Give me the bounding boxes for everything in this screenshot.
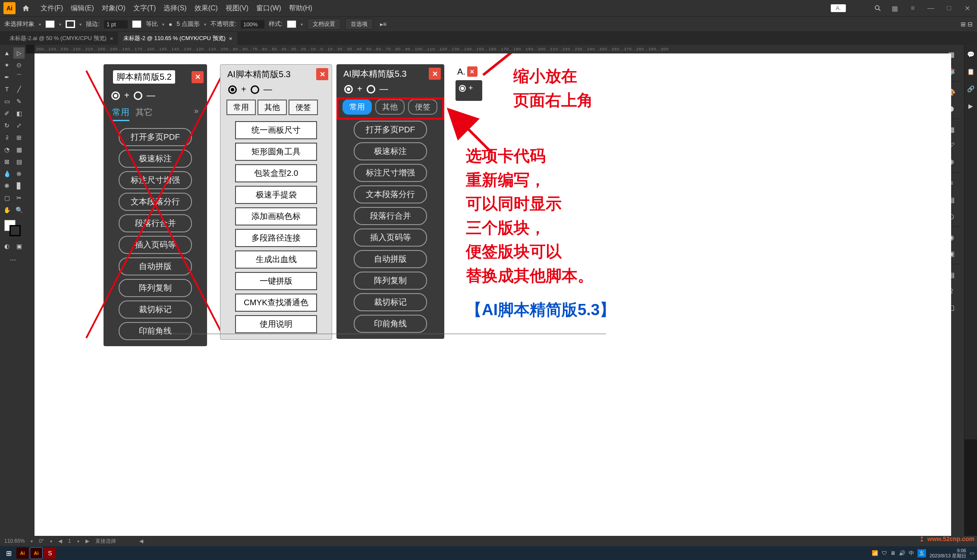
line-tool[interactable]: ╱ [13,84,25,95]
tray-icon[interactable]: 五 [917,549,926,557]
dropdown-icon[interactable]: ▾ [39,22,41,27]
close-icon[interactable]: ✕ [429,68,441,80]
artboard-tool[interactable]: ▢ [1,192,13,203]
artboard-number[interactable]: 1 [68,538,71,544]
close-button[interactable]: ✕ [961,2,974,15]
tab-common[interactable]: 常用 [226,100,256,115]
menu-help[interactable]: 帮助(H) [289,4,312,13]
script-button[interactable]: 矩形圆角工具 [235,143,317,161]
tray-ime-icon[interactable]: 中 [909,550,914,557]
tray-icon[interactable]: 📶 [872,550,878,556]
script-button[interactable]: 添加画稿色标 [235,207,317,225]
pen-tool[interactable]: ✒ [1,72,13,83]
close-icon[interactable]: ✕ [467,66,478,77]
draw-mode[interactable]: ◐ [1,241,13,252]
tab-common[interactable]: 常用 [112,106,129,121]
tab-notes[interactable]: 便签 [289,100,318,115]
type-tool[interactable]: T [1,84,13,95]
shaper-tool[interactable]: ✐ [1,108,13,119]
radio-on-icon[interactable] [459,85,466,92]
magic-wand-tool[interactable]: ✦ [1,59,13,71]
script-button[interactable]: 打开多页PDF [119,128,192,146]
taskbar-ai-icon[interactable]: Ai [16,547,28,559]
opacity-input[interactable] [241,20,264,28]
script-button[interactable]: CMYK查找潘通色 [235,294,317,312]
uniform-label[interactable]: 等比 [146,20,158,28]
tray-icon[interactable]: 🛡 [882,550,887,556]
graph-tool[interactable]: ▊ [13,180,25,191]
tab-doc1[interactable]: 未标题-2.ai @ 50 % (CMYK/CPU 预览)× [4,32,118,45]
shape-builder[interactable]: ◔ [1,144,13,155]
script-button[interactable]: 多段路径连接 [235,229,317,247]
script-button[interactable]: 标注尺寸增强 [119,171,192,189]
menu-object[interactable]: 对象(O) [102,4,126,13]
zoom-tool[interactable]: 🔍 [13,204,25,216]
rotate-tool[interactable]: ↻ [1,120,13,131]
direct-selection-tool[interactable]: ▷ [13,47,25,59]
doc-settings-button[interactable]: 文档设置 [307,19,341,30]
taskbar-app-icon[interactable]: S [44,547,56,559]
script-button[interactable]: 印前角线 [354,315,427,333]
rotation-value[interactable]: 0° [39,538,44,544]
script-button[interactable]: 极速标注 [119,150,192,168]
close-icon[interactable]: ✕ [192,71,204,83]
links-icon[interactable]: 🔗 [964,82,977,96]
radio-off-icon[interactable] [251,85,259,94]
curvature-tool[interactable]: ⌒ [13,72,25,83]
radio-on-icon[interactable] [344,85,353,94]
home-icon[interactable] [20,2,32,14]
screen-mode[interactable]: ▣ [13,241,25,252]
script-button[interactable]: 包装盒型2.0 [235,164,317,182]
dropdown-icon[interactable]: ▾ [79,22,82,27]
menu-edit[interactable]: 编辑(E) [71,4,94,13]
scale-tool[interactable]: ⤢ [13,120,25,131]
script-button[interactable]: 段落行合并 [354,207,427,225]
workspace-icon[interactable]: ≡ [906,2,919,15]
tray-icon[interactable]: 🔊 [899,550,905,556]
radio-off-icon[interactable] [367,85,375,94]
style-swatch[interactable] [287,20,296,28]
edit-toolbar[interactable]: ⋯ [7,254,19,266]
script-button[interactable]: 裁切标记 [119,300,192,319]
menu-type[interactable]: 文字(T) [133,4,156,13]
free-transform[interactable]: ⊞ [13,132,25,143]
script-button[interactable]: 文本段落分行 [119,193,192,211]
menu-effect[interactable]: 效果(C) [195,4,218,13]
script-button[interactable]: 自动拼版 [119,257,192,275]
script-button[interactable]: 使用说明 [235,315,317,333]
script-button[interactable]: 插入页码等 [354,228,427,247]
arrange-icon[interactable]: ▦ [888,2,901,15]
dropdown-icon[interactable]: ▾ [162,22,164,27]
rect-tool[interactable]: ▭ [1,96,13,107]
maximize-button[interactable]: □ [942,2,955,15]
fill-swatch[interactable] [45,20,55,28]
dropdown-icon[interactable]: ▾ [77,539,79,544]
script-button[interactable]: 打开多页PDF [354,121,427,139]
brush-tool[interactable]: ✎ [13,96,25,107]
script-button[interactable]: 阵列复制 [354,272,427,290]
blend-tool[interactable]: ⊗ [13,168,25,179]
lasso-tool[interactable]: ⊙ [13,59,25,71]
mesh-tool[interactable]: ⊠ [1,156,13,167]
eyedropper-tool[interactable]: 💧 [1,168,13,179]
script-button[interactable]: 阵列复制 [119,279,192,297]
tab-other[interactable]: 其它 [135,106,153,121]
history-icon[interactable]: 📋 [964,65,977,78]
tab-other[interactable]: 其他 [258,100,287,115]
script-button[interactable]: 裁切标记 [354,293,427,311]
tab-doc2[interactable]: 未标题-2 @ 110.65 % (CMYK/CPU 预览)× [118,32,237,45]
radio-on-icon[interactable] [228,85,237,94]
script-button[interactable]: 标注尺寸增强 [354,164,427,182]
radio-off-icon[interactable] [134,91,142,100]
script-button[interactable]: 自动拼版 [354,250,427,268]
script-button[interactable]: 极速手提袋 [235,186,317,204]
hand-tool[interactable]: ✋ [1,204,13,216]
script-button[interactable]: 生成出血线 [235,250,317,269]
system-clock[interactable]: 9:06 2023/8/13 星期日 [930,548,966,558]
menu-window[interactable]: 窗口(W) [256,4,281,13]
tray-icon[interactable]: 🖥 [890,550,895,556]
zoom-level[interactable]: 110.65% [4,538,25,544]
close-icon[interactable]: ✕ [316,68,328,80]
brush-label[interactable]: 5 点圆形 [176,20,200,28]
close-icon[interactable]: × [110,35,113,42]
